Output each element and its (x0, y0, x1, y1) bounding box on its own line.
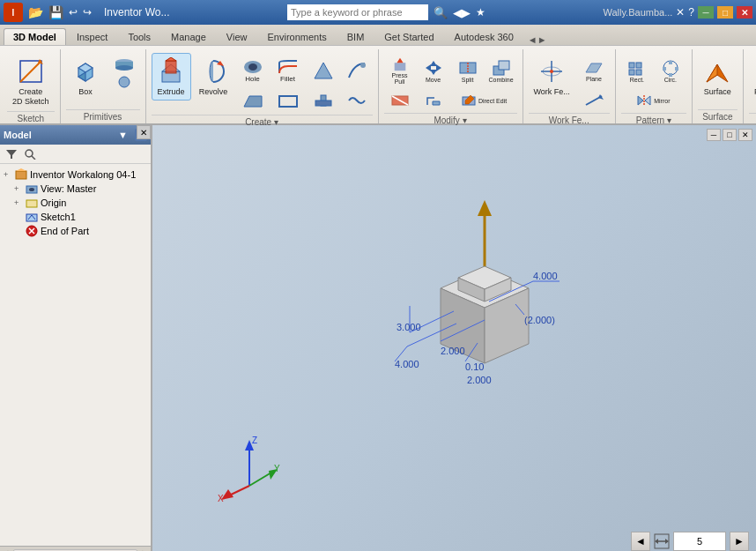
nav-value-input[interactable] (673, 532, 726, 551)
tab-tools[interactable]: Tools (118, 28, 160, 45)
tree-item-root[interactable]: + Inventor Workalong 04-1 (0, 168, 151, 182)
tree-item-origin[interactable]: + Origin (0, 196, 151, 210)
box-button[interactable]: Box (66, 53, 106, 101)
svg-marker-84 (478, 200, 492, 216)
sketch1-icon (26, 211, 38, 223)
end-of-part-icon (26, 225, 38, 237)
rib-button[interactable] (308, 88, 339, 113)
work-plane-button[interactable]: Plane (578, 55, 610, 86)
fillet-button[interactable]: Fillet (271, 55, 305, 86)
pattern-small-btns: Rect. Circ. Mirror (621, 53, 686, 113)
sidebar-dropdown-icon[interactable]: ▼ (118, 130, 128, 140)
press-pull-button[interactable]: PressPull (384, 55, 416, 86)
minimize-button[interactable]: ─ (698, 6, 714, 19)
tab-manage[interactable]: Manage (161, 28, 216, 45)
sidebar-close-button[interactable]: ✕ (137, 125, 151, 139)
shell-button[interactable] (271, 88, 305, 115)
work-features-button[interactable]: Work Fe... (529, 53, 575, 101)
nav-right-button[interactable]: ► (730, 532, 749, 551)
svg-marker-75 (16, 168, 26, 171)
hole-button[interactable]: Hole (236, 55, 270, 86)
revolve-icon (199, 57, 227, 86)
extrude-button[interactable]: Extrude (152, 53, 191, 101)
tree-label-sketch1: Sketch1 (41, 212, 76, 222)
modify-buttons: PressPull Move (384, 49, 517, 113)
svg-text:4.000: 4.000 (395, 359, 419, 369)
tab-environments[interactable]: Environments (257, 28, 336, 45)
delete-face-button[interactable] (384, 88, 416, 113)
maximize-button[interactable]: □ (717, 6, 733, 19)
svg-point-16 (248, 63, 257, 71)
tree-expand-view-master[interactable]: + (14, 184, 23, 193)
nav-left-button[interactable]: ◄ (631, 532, 650, 551)
quick-access-redo[interactable]: ↪ (83, 6, 92, 19)
ribbon-extra[interactable]: ◄► (524, 34, 551, 45)
tree-item-view-master[interactable]: + View: Master (0, 182, 151, 196)
quick-access-save[interactable]: 💾 (48, 5, 63, 19)
nav-fit-icon (654, 533, 670, 549)
primitives-group-label: Primitives (66, 109, 140, 123)
svg-point-9 (119, 77, 130, 87)
move-bodies-button[interactable]: Move (418, 55, 449, 86)
work-features-buttons: Work Fe... Plane (529, 49, 610, 113)
tab-bim[interactable]: BIM (337, 28, 374, 45)
mirror-button[interactable]: Mirror (621, 88, 686, 113)
coil-button[interactable] (341, 88, 373, 113)
sidebar-toolbar (0, 145, 151, 164)
viewport-maximize-btn[interactable]: □ (723, 129, 737, 141)
svg-text:4.000: 4.000 (533, 271, 558, 281)
tree-expand-root[interactable]: + (4, 170, 12, 179)
revolve-button[interactable]: Revolve (194, 53, 233, 101)
svg-rect-51 (663, 67, 666, 71)
viewport-minimize-btn[interactable]: ─ (707, 129, 721, 141)
tab-3d-model[interactable]: 3D Model (4, 28, 66, 45)
svg-text:(2.000): (2.000) (524, 315, 555, 325)
tab-autodesk360[interactable]: Autodesk 360 (445, 28, 523, 45)
search-icon[interactable]: 🔍 (434, 6, 448, 19)
rectangular-pattern-button[interactable]: Rect. (621, 55, 653, 86)
user-name: Wally.Baumba... (603, 7, 672, 18)
quick-access-open[interactable]: 📂 (28, 5, 43, 19)
svg-rect-74 (16, 171, 26, 179)
combine-button[interactable]: Combine (485, 55, 517, 86)
close-x-icon[interactable]: ✕ (676, 6, 685, 19)
close-button[interactable]: ✕ (737, 6, 752, 19)
view-master-icon (26, 182, 38, 195)
scroll-left[interactable]: ◄ (0, 548, 11, 552)
tree-expand-origin[interactable]: + (14, 198, 23, 207)
cylinder-button[interactable] (108, 56, 140, 72)
starred-icon[interactable]: ★ (476, 6, 485, 19)
replace-face-button[interactable] (418, 88, 449, 113)
tree-item-sketch1[interactable]: Sketch1 (0, 210, 151, 224)
plastic-part-button[interactable]: Plastic Part (749, 53, 756, 101)
split-button[interactable]: Split (452, 55, 484, 86)
create-2d-sketch-button[interactable]: Create2D Sketch (7, 53, 55, 111)
viewport[interactable]: ─ □ ✕ (152, 125, 756, 551)
filter-button[interactable] (4, 147, 19, 161)
svg-marker-54 (645, 96, 650, 105)
tab-inspect[interactable]: Inspect (67, 28, 117, 45)
surface-button[interactable]: Surface (698, 53, 737, 101)
viewport-close-btn[interactable]: ✕ (738, 129, 752, 141)
direct-edit-button[interactable]: Direct Edit (452, 88, 517, 113)
tab-get-started[interactable]: Get Started (374, 28, 443, 45)
search-model-button[interactable] (22, 147, 38, 161)
chamfer-button[interactable] (236, 88, 270, 115)
nav-icon[interactable]: ◀▶ (453, 6, 471, 19)
quick-access-undo[interactable]: ↩ (69, 6, 78, 19)
sphere-button[interactable] (108, 74, 140, 90)
loft-button[interactable] (308, 55, 339, 86)
sweep-button[interactable] (341, 55, 373, 86)
help-icon[interactable]: ? (688, 6, 694, 19)
work-axis-button[interactable] (578, 88, 610, 113)
scroll-right[interactable]: ► (139, 548, 151, 552)
title-search-input[interactable] (287, 4, 428, 20)
tab-view[interactable]: View (217, 28, 257, 45)
tree-item-end-of-part[interactable]: End of Part (0, 224, 151, 238)
modify-small-grid: PressPull Move (384, 53, 449, 113)
revolve-label: Revolve (199, 87, 228, 96)
svg-line-1 (20, 61, 41, 82)
sidebar-scrollbar[interactable]: ◄ ► (0, 546, 151, 551)
circular-pattern-button[interactable]: Circ. (655, 55, 686, 86)
ribbon-group-modify: PressPull Move (381, 49, 523, 123)
